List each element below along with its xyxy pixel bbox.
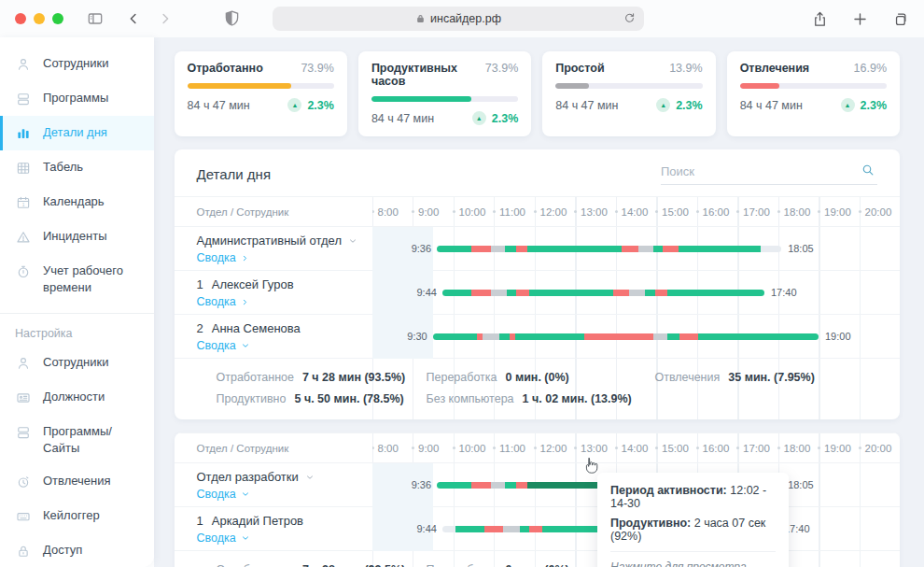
department-name[interactable]: Отдел разработки	[197, 470, 299, 484]
sidebar-settings-item-2[interactable]: Программы/Сайты	[0, 415, 154, 464]
timeline-segment-productive[interactable]	[520, 526, 529, 532]
activity-timeline-bar[interactable]	[437, 246, 781, 252]
row-name-cell: 1Аркадий ПетровСводка	[175, 507, 372, 550]
sidebar-item-4[interactable]: 1Календарь	[0, 185, 154, 220]
start-time-label: 9:36	[394, 479, 431, 490]
back-icon[interactable]	[125, 10, 142, 27]
timeline-segment-distraction[interactable]	[471, 246, 491, 252]
timeline-segment-productive[interactable]	[667, 290, 764, 296]
sidebar-item-1[interactable]: Программы	[0, 81, 154, 116]
timeline-segment-distraction[interactable]	[516, 482, 528, 489]
timeline-segment-productive[interactable]	[679, 246, 761, 252]
timeline-segment-distraction[interactable]	[471, 482, 491, 489]
tooltip-period-label: Период активности:	[610, 484, 727, 497]
activity-timeline-bar[interactable]	[442, 290, 764, 296]
sidebar-settings-item-5[interactable]: Доступ	[0, 533, 154, 567]
timeline-segment-productive[interactable]	[437, 482, 471, 489]
timeline-segment-productive[interactable]	[505, 482, 515, 489]
chevron-down-icon[interactable]	[305, 473, 315, 482]
timeline-segment-productive[interactable]	[433, 333, 478, 340]
timeline-segment-productive[interactable]	[645, 290, 654, 296]
timeline-segment-productive[interactable]	[499, 333, 510, 340]
sidebar-item-label: Программы	[43, 90, 108, 106]
timeline-segment-productive[interactable]	[529, 290, 613, 296]
address-bar[interactable]: инсайдер.рф	[273, 7, 644, 31]
zoom-window-button[interactable]	[52, 13, 63, 24]
timeline-segment-productive[interactable]	[653, 246, 663, 252]
sidebar-settings-item-0[interactable]: Сотрудники	[0, 346, 154, 380]
timeline-segment-distraction[interactable]	[516, 290, 529, 296]
sidebar-settings-item-1[interactable]: Должности	[0, 380, 154, 415]
hour-dot-icon	[372, 447, 374, 449]
summary-stat: Отработанное7 ч 28 мин (93.5%)	[217, 563, 427, 567]
minimize-window-button[interactable]	[34, 13, 45, 24]
search-icon[interactable]	[861, 163, 875, 181]
timeline-segment-idle[interactable]	[491, 290, 507, 296]
timeline-segment-idle[interactable]	[491, 246, 505, 252]
timeline-segment-distraction[interactable]	[663, 246, 679, 252]
privacy-shield-icon[interactable]	[222, 8, 242, 33]
timeline-segment-distraction[interactable]	[584, 333, 653, 340]
timeline-segment-idle[interactable]	[629, 290, 645, 296]
timeline-segment-productive[interactable]	[515, 333, 584, 340]
sidebar-settings-item-3[interactable]: Отвлечения	[0, 464, 154, 499]
summary-link[interactable]: Сводка	[197, 488, 250, 501]
delta-badge: ▲2.3%	[472, 111, 519, 125]
close-window-button[interactable]	[15, 13, 26, 24]
warning-icon	[15, 229, 32, 246]
timeline-segment-productive[interactable]	[527, 246, 622, 252]
timeline-segment-productive[interactable]	[667, 333, 679, 340]
sidebar-settings-item-4[interactable]: Кейлоггер	[0, 499, 154, 533]
timeline-segment-distraction[interactable]	[679, 333, 697, 340]
sidebar-item-6[interactable]: Учет рабочего времени	[0, 254, 154, 304]
employee-name[interactable]: Аркадий Петров	[212, 514, 303, 528]
department-name[interactable]: Административный отдел	[197, 234, 342, 248]
timeline-segment-idle[interactable]	[638, 246, 653, 252]
sidebar-item-3[interactable]: Табель	[0, 150, 154, 185]
summary-link[interactable]: Сводка	[197, 251, 249, 264]
summary-link[interactable]: Сводка	[197, 295, 249, 308]
tab-overview-icon[interactable]	[891, 10, 909, 28]
chevron-down-icon[interactable]	[348, 236, 357, 246]
lock-icon	[415, 13, 426, 24]
search-input[interactable]	[661, 164, 855, 178]
timeline-segment-productive[interactable]	[442, 290, 471, 296]
timeline-segment-distraction[interactable]	[613, 290, 629, 296]
timeline-segment-distraction[interactable]	[484, 526, 504, 532]
sidebar-item-5[interactable]: Инциденты	[0, 220, 154, 254]
card-title: Простой	[555, 62, 604, 75]
share-icon[interactable]	[811, 10, 829, 28]
hour-dot-icon	[493, 447, 496, 449]
timeline-segment-productive[interactable]	[455, 526, 484, 532]
sidebar-item-2[interactable]: Детали дня	[0, 116, 154, 150]
card-progress-bar	[371, 96, 518, 102]
timeline-segment-empty[interactable]	[442, 526, 455, 532]
timeline-segment-productive[interactable]	[698, 333, 819, 340]
summary-link[interactable]: Сводка	[197, 532, 250, 545]
sidebar-item-0[interactable]: Сотрудники	[0, 47, 154, 81]
employee-name[interactable]: Анна Семенова	[212, 321, 301, 335]
new-tab-icon[interactable]	[851, 10, 869, 28]
timeline-segment-idle[interactable]	[483, 333, 499, 340]
timeline-segment-distraction[interactable]	[471, 290, 491, 296]
timeline-segment-idle[interactable]	[653, 333, 667, 340]
timeline-segment-distraction[interactable]	[516, 246, 528, 252]
hour-dot-icon	[493, 210, 496, 213]
timeline-segment-empty[interactable]	[761, 246, 781, 252]
timeline-segment-distraction[interactable]	[655, 290, 668, 296]
timeline-segment-distraction[interactable]	[622, 246, 638, 252]
sidebar-toggle-icon[interactable]	[86, 9, 105, 28]
timeline-segment-idle[interactable]	[491, 482, 505, 489]
timeline-segment-idle[interactable]	[503, 526, 519, 532]
timeline-segment-productive[interactable]	[505, 246, 515, 252]
timeline-segment-productive[interactable]	[507, 290, 516, 296]
summary-block: Отработанное7 ч 28 мин (93.5%)Переработк…	[175, 359, 901, 419]
employee-name[interactable]: Алексей Гуров	[212, 277, 294, 291]
forward-icon[interactable]	[157, 10, 174, 27]
timeline-segment-productive[interactable]	[437, 246, 471, 252]
summary-link[interactable]: Сводка	[197, 339, 250, 352]
table-row: Отдел разработкиСводка9:3618:05	[175, 463, 901, 507]
reload-icon[interactable]	[623, 11, 637, 28]
activity-timeline-bar[interactable]	[433, 333, 819, 340]
timeline-segment-distraction[interactable]	[529, 526, 542, 532]
